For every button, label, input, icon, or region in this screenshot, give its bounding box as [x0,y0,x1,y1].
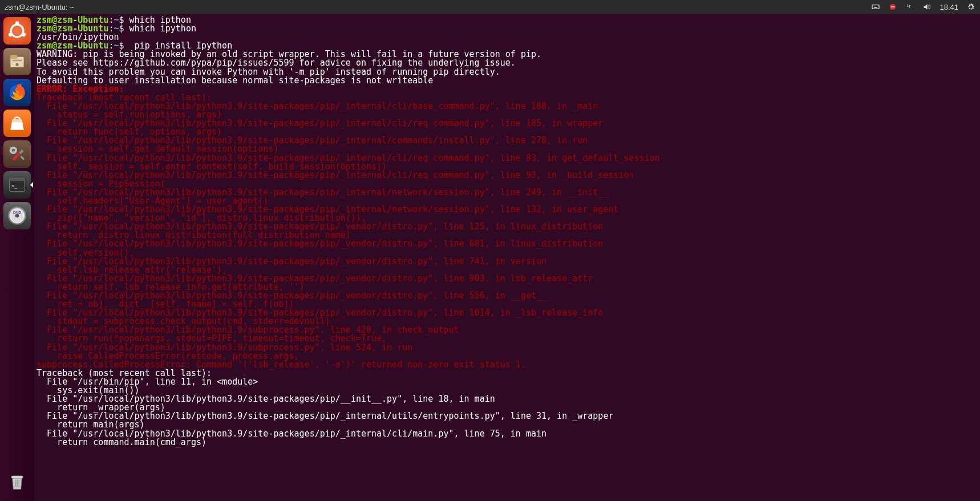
launcher: >_ DVD [0,14,34,501]
svg-rect-20 [20,156,25,160]
svg-text:>_: >_ [11,183,18,189]
svg-point-10 [15,21,19,25]
svg-rect-8 [891,6,895,7]
svg-point-16 [16,63,19,66]
svg-rect-0 [872,5,879,9]
svg-point-11 [9,33,13,37]
svg-point-9 [11,25,23,37]
no-entry-icon[interactable] [888,2,897,11]
terminal-line: File "/usr/local/python3/lib/python3.9/s… [37,240,978,248]
clock[interactable]: 18:41 [939,3,958,11]
active-indicator-icon [30,182,33,188]
volume-icon[interactable] [922,2,932,11]
launcher-item-software[interactable] [3,110,31,137]
svg-rect-22 [10,178,25,181]
keyboard-icon[interactable] [871,2,880,11]
svg-point-19 [12,149,15,152]
launcher-item-files[interactable] [3,48,31,75]
launcher-item-settings[interactable] [3,140,31,168]
gear-icon[interactable] [966,2,975,11]
svg-rect-14 [10,55,17,59]
network-icon[interactable] [905,2,914,11]
launcher-item-firefox[interactable] [3,79,31,106]
svg-rect-15 [13,60,22,62]
svg-rect-29 [11,476,23,478]
svg-text:DVD: DVD [13,211,21,215]
window-title: zsm@zsm-Ubuntu: ~ [5,3,74,11]
terminal-line: Defaulting to user installation because … [37,76,978,85]
terminal-line: File "/usr/local/python3/lib/python3.9/s… [37,412,978,421]
output-text: return command.main(cmd_args) [37,437,206,447]
launcher-item-dvd[interactable]: DVD [3,202,31,229]
terminal-pane[interactable]: zsm@zsm-Ubuntu:~$ which ipthonzsm@zsm-Ub… [34,14,980,501]
terminal-line: File "/usr/bin/pip", line 11, in <module… [37,378,978,386]
launcher-item-dash[interactable] [3,17,31,45]
svg-point-12 [22,33,26,37]
terminal-line: return command.main(cmd_args) [37,438,978,447]
launcher-item-trash[interactable] [3,468,31,495]
top-panel: zsm@zsm-Ubuntu: ~ 18:41 [0,0,980,14]
terminal-line: zsm@zsm-Ubuntu:~$ which ipython [37,25,978,33]
terminal-line: File "/usr/local/python3/lib/python3.9/s… [37,171,978,180]
prompt-dollar: $ [119,23,129,34]
system-tray: 18:41 [871,2,975,11]
launcher-item-terminal[interactable]: >_ [3,171,31,199]
terminal-line: File "/usr/local/python3/lib/python3.9/s… [37,395,978,403]
command-text: which ipython [129,23,196,34]
